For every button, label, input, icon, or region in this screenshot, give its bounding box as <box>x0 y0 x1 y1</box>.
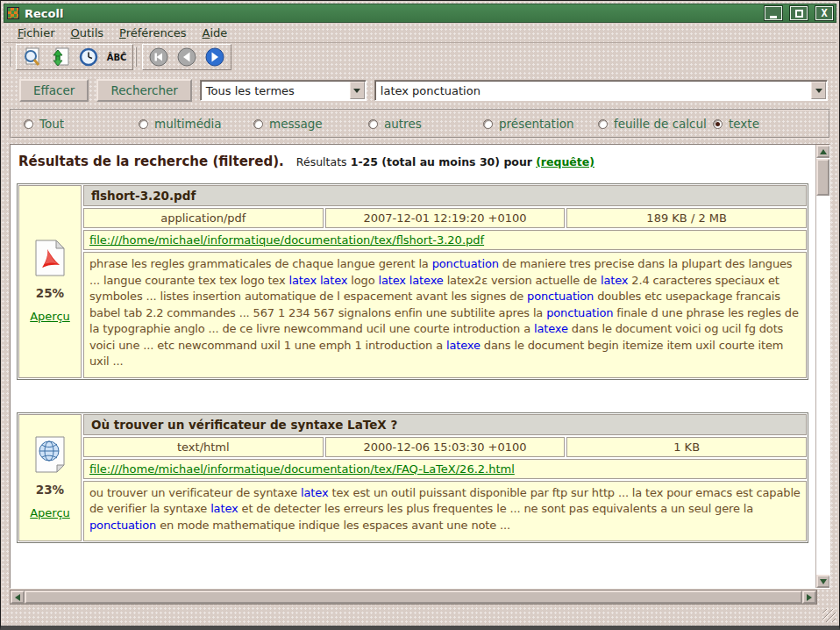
clear-button[interactable]: Effacer <box>19 79 89 102</box>
history-button[interactable] <box>77 47 100 68</box>
term-explorer-button[interactable]: ÂBĈ <box>105 47 128 68</box>
result-title: flshort-3.20.pdf <box>83 185 807 206</box>
toolbar-handle[interactable] <box>9 47 12 67</box>
arrow-down-icon <box>820 579 827 584</box>
query-link[interactable]: (requête) <box>536 155 594 168</box>
result-2-details: Où trouver un vérificateur de syntaxe La… <box>83 414 807 542</box>
scroll-up-button[interactable] <box>816 145 830 158</box>
horizontal-scrollbar[interactable] <box>10 590 817 605</box>
filter-autres[interactable]: autres <box>368 117 483 131</box>
radio-tout[interactable] <box>24 119 33 129</box>
menu-aide[interactable]: Aide <box>196 25 235 41</box>
scroll-left-button[interactable] <box>11 591 25 604</box>
maximize-button[interactable] <box>790 6 808 20</box>
update-index-icon <box>50 47 71 68</box>
status-bar <box>4 605 836 623</box>
query-combo <box>374 80 828 101</box>
result-1-details: flshort-3.20.pdf application/pdf 2007-12… <box>83 185 807 378</box>
result-url-link[interactable]: file:///home/michael/informatique/docume… <box>89 233 484 247</box>
preview-link[interactable]: Aperçu <box>30 506 70 519</box>
query-history-dropdown-button[interactable] <box>811 82 826 99</box>
filter-texte[interactable]: texte <box>713 117 816 131</box>
first-page-button[interactable] <box>147 47 170 68</box>
maximize-icon <box>795 10 803 18</box>
horizontal-scrollbar-thumb[interactable] <box>25 591 802 604</box>
toolbar-handle-2[interactable] <box>135 47 139 67</box>
chevron-down-icon <box>353 89 360 93</box>
result-mime-type: text/html <box>83 437 324 457</box>
vertical-scrollbar[interactable] <box>815 145 829 588</box>
search-mode-dropdown-button[interactable] <box>350 82 365 99</box>
search-document-button[interactable] <box>21 47 44 68</box>
close-button[interactable]: X <box>815 6 833 20</box>
results-header: Résultats de la recherche (filtered). Ré… <box>18 154 815 169</box>
radio-texte[interactable] <box>713 119 723 129</box>
update-index-button[interactable] <box>49 47 72 68</box>
scroll-down-button[interactable] <box>816 575 830 588</box>
next-page-button[interactable] <box>203 47 226 68</box>
search-button[interactable]: Rechercher <box>96 79 191 102</box>
result-meta-row: application/pdf 2007-12-01 12:19:20 +010… <box>83 208 807 228</box>
radio-presentation[interactable] <box>483 119 493 129</box>
minimize-icon <box>770 16 777 18</box>
results-range: 1-25 (total au moins 30) pour <box>351 155 532 168</box>
filter-multimedia[interactable]: multimédia <box>139 117 253 131</box>
clock-icon <box>79 47 98 67</box>
filter-message[interactable]: message <box>253 117 368 131</box>
toolbar: ÂBĈ <box>4 43 836 71</box>
radio-autres[interactable] <box>368 119 378 129</box>
search-bar: Effacer Rechercher Tous les termes <box>4 71 836 109</box>
result-date: 2007-12-01 12:19:20 +0100 <box>325 208 566 228</box>
preview-link[interactable]: Aperçu <box>30 310 70 323</box>
filter-tout[interactable]: Tout <box>24 117 139 131</box>
app-logo-icon <box>7 7 19 19</box>
results-label: Résultats <box>296 155 347 168</box>
vertical-scrollbar-thumb[interactable] <box>816 159 829 196</box>
result-2-side-panel: 23% Aperçu <box>18 414 82 542</box>
radio-multimedia[interactable] <box>139 119 148 129</box>
resize-grip[interactable] <box>822 609 836 622</box>
window-title: Recoll <box>25 7 63 20</box>
filter-feuille-de-calcul[interactable]: feuille de calcul <box>598 117 713 131</box>
scroll-right-button[interactable] <box>802 591 816 604</box>
result-url-link[interactable]: file:///home/michael/informatique/docume… <box>89 462 515 476</box>
title-bar: Recoll X <box>4 4 836 23</box>
menu-fichier[interactable]: Fichier <box>11 25 62 41</box>
toolbar-group-tools: ÂBĈ <box>16 44 133 70</box>
previous-arrow-icon <box>177 47 196 67</box>
result-size: 189 KB / 2 MB <box>566 208 807 228</box>
result-snippet: ou trouver un verificateur de syntaxe la… <box>83 481 807 542</box>
result-url-row: file:///home/michael/informatique/docume… <box>83 459 807 479</box>
result-1-side-panel: 25% Aperçu <box>18 185 82 378</box>
close-icon: X <box>821 8 827 18</box>
search-input[interactable] <box>375 84 810 97</box>
filter-presentation[interactable]: présentation <box>483 117 598 131</box>
previous-page-button[interactable] <box>175 47 198 68</box>
html-file-icon[interactable] <box>34 436 66 473</box>
toolbar-group-nav <box>142 44 231 70</box>
result-mime-type: application/pdf <box>83 208 324 228</box>
menu-preferences[interactable]: Préférences <box>112 25 193 41</box>
result-url-row: file:///home/michael/informatique/docume… <box>83 230 807 250</box>
radio-feuille-de-calcul[interactable] <box>598 119 608 129</box>
result-title: Où trouver un vérificateur de syntaxe La… <box>83 414 807 435</box>
results-list: Résultats de la recherche (filtered). Ré… <box>11 145 815 588</box>
search-document-icon <box>22 47 43 68</box>
next-arrow-icon <box>205 47 224 67</box>
result-item-2: 23% Aperçu Où trouver un vérificateur de… <box>17 412 808 544</box>
vertical-scrollbar-track[interactable] <box>816 196 829 575</box>
result-size: 1 KB <box>566 437 807 457</box>
results-area: Résultats de la recherche (filtered). Ré… <box>10 144 830 589</box>
radio-message[interactable] <box>253 119 263 129</box>
arrow-up-icon <box>820 149 827 154</box>
result-date: 2000-12-06 15:03:30 +0100 <box>325 437 566 457</box>
recoll-window: Recoll X Fichier Outils Préférences Aide <box>0 0 840 630</box>
chevron-down-icon <box>815 89 822 93</box>
menu-bar: Fichier Outils Préférences Aide <box>4 23 836 43</box>
result-meta-row: text/html 2000-12-06 15:03:30 +0100 1 KB <box>83 437 807 457</box>
pdf-file-icon[interactable] <box>34 240 66 276</box>
arrow-left-icon <box>15 594 20 601</box>
search-mode-select[interactable]: Tous les termes <box>200 80 367 101</box>
minimize-button[interactable] <box>765 6 782 20</box>
menu-outils[interactable]: Outils <box>64 25 111 41</box>
